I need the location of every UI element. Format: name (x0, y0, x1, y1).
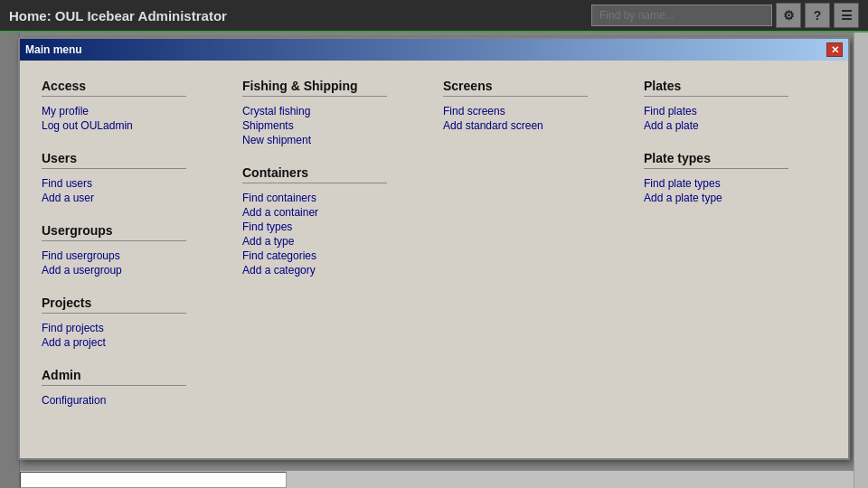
screens-heading: Screens (443, 79, 588, 97)
bottom-bar (20, 470, 854, 488)
menu-icon: ☰ (841, 8, 853, 23)
usergroups-heading: Usergroups (42, 223, 186, 241)
topbar-right: ⚙ ? ☰ (591, 3, 859, 28)
plate-types-heading: Plate types (644, 151, 788, 169)
right-scrollbar[interactable] (854, 33, 868, 488)
find-containers-link[interactable]: Find containers (242, 191, 425, 205)
find-users-link[interactable]: Find users (42, 176, 224, 191)
users-section: Users Find users Add a user (42, 151, 224, 205)
menu-column-1: Access My profile Log out OULadmin Users… (42, 79, 224, 440)
menu-column-2: Fishing & Shipping Crystal fishing Shipm… (242, 79, 425, 440)
modal-overlay: Main menu ✕ Access My profile Log out OU… (0, 33, 868, 488)
admin-heading: Admin (42, 368, 186, 386)
shipments-link[interactable]: Shipments (242, 118, 425, 133)
menu-column-4: Plates Find plates Add a plate Plate typ… (644, 79, 826, 440)
projects-section: Projects Find projects Add a project (42, 296, 224, 350)
add-plate-link[interactable]: Add a plate (644, 118, 826, 133)
modal-body: Access My profile Log out OULadmin Users… (20, 61, 848, 458)
add-user-link[interactable]: Add a user (42, 191, 224, 205)
modal-titlebar: Main menu ✕ (20, 39, 848, 61)
menu-button[interactable]: ☰ (834, 3, 859, 28)
add-container-link[interactable]: Add a container (242, 205, 425, 220)
content-area: Main menu ✕ Access My profile Log out OU… (0, 33, 868, 488)
plates-section: Plates Find plates Add a plate (644, 79, 826, 133)
logout-link[interactable]: Log out OULadmin (42, 118, 224, 133)
crystal-fishing-link[interactable]: Crystal fishing (242, 104, 425, 118)
help-button[interactable]: ? (805, 3, 830, 28)
find-plates-link[interactable]: Find plates (644, 104, 826, 118)
close-icon: ✕ (831, 44, 839, 56)
find-types-link[interactable]: Find types (242, 220, 425, 234)
admin-section: Admin Configuration (42, 368, 224, 408)
screens-section: Screens Find screens Add standard screen (443, 79, 626, 133)
gear-icon: ⚙ (783, 8, 795, 23)
plates-heading: Plates (644, 79, 788, 97)
modal-title: Main menu (25, 43, 82, 56)
app-title: Home: OUL Icebear Administrator (9, 8, 227, 23)
add-plate-type-link[interactable]: Add a plate type (644, 191, 826, 205)
find-screens-link[interactable]: Find screens (443, 104, 626, 118)
topbar: Home: OUL Icebear Administrator ⚙ ? ☰ (0, 0, 868, 33)
projects-heading: Projects (42, 296, 186, 314)
find-usergroups-link[interactable]: Find usergroups (42, 249, 224, 263)
bottom-search-input[interactable] (20, 472, 287, 488)
settings-button[interactable]: ⚙ (776, 3, 801, 28)
find-projects-link[interactable]: Find projects (42, 321, 224, 335)
add-project-link[interactable]: Add a project (42, 335, 224, 350)
plate-types-section: Plate types Find plate types Add a plate… (644, 151, 826, 205)
users-heading: Users (42, 151, 186, 169)
help-icon: ? (814, 8, 822, 23)
access-section: Access My profile Log out OULadmin (42, 79, 224, 133)
access-heading: Access (42, 79, 186, 97)
search-input[interactable] (591, 5, 772, 26)
add-category-link[interactable]: Add a category (242, 263, 425, 277)
usergroups-section: Usergroups Find usergroups Add a usergro… (42, 223, 224, 277)
add-usergroup-link[interactable]: Add a usergroup (42, 263, 224, 277)
fishing-shipping-section: Fishing & Shipping Crystal fishing Shipm… (242, 79, 425, 147)
add-type-link[interactable]: Add a type (242, 234, 425, 249)
find-plate-types-link[interactable]: Find plate types (644, 176, 826, 191)
containers-section: Containers Find containers Add a contain… (242, 165, 425, 277)
fishing-shipping-heading: Fishing & Shipping (242, 79, 387, 97)
configuration-link[interactable]: Configuration (42, 393, 224, 408)
menu-column-3: Screens Find screens Add standard screen (443, 79, 626, 440)
main-menu-dialog: Main menu ✕ Access My profile Log out OU… (18, 37, 850, 460)
new-shipment-link[interactable]: New shipment (242, 133, 425, 147)
my-profile-link[interactable]: My profile (42, 104, 224, 118)
modal-close-button[interactable]: ✕ (826, 42, 843, 57)
find-categories-link[interactable]: Find categories (242, 249, 425, 263)
containers-heading: Containers (242, 165, 387, 183)
add-standard-screen-link[interactable]: Add standard screen (443, 118, 626, 133)
